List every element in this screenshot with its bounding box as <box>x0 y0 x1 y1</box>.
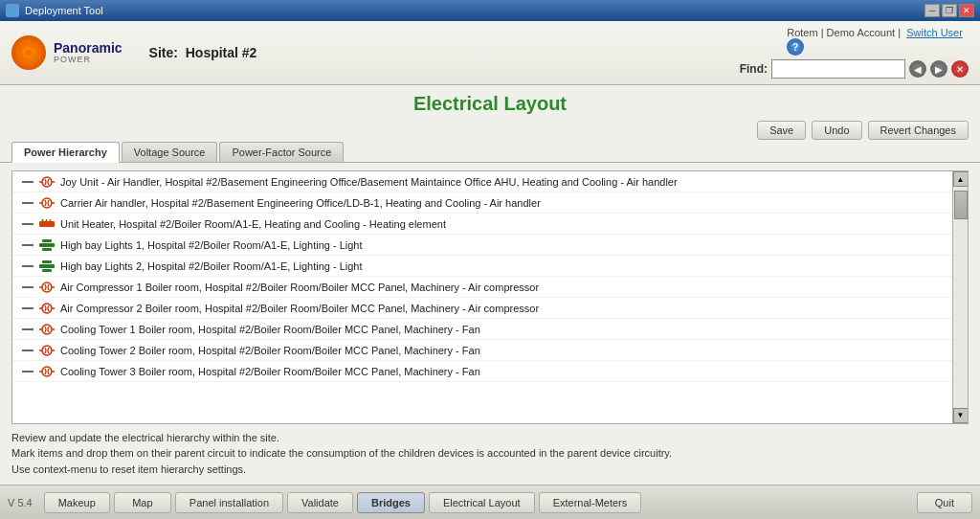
close-window-button[interactable]: ✕ <box>959 4 974 17</box>
item-connector <box>18 328 37 330</box>
nav-button-map[interactable]: Map <box>114 492 171 513</box>
item-text: Carrier Air handler, Hospital #2/Basemen… <box>60 197 541 209</box>
logo-icon <box>11 35 46 70</box>
find-prev-button[interactable]: ◀ <box>909 60 926 78</box>
item-text: Cooling Tower 3 Boiler room, Hospital #2… <box>60 366 480 377</box>
svg-point-30 <box>42 367 52 376</box>
device-list-container: Joy Unit - Air Handler, Hospital #2/Base… <box>11 170 969 424</box>
quit-button[interactable]: Quit <box>917 492 972 513</box>
tabs-area: Power Hierarchy Voltage Source Power-Fac… <box>0 142 980 163</box>
item-text: Cooling Tower 1 Boiler room, Hospital #2… <box>60 324 480 335</box>
scroll-up-button[interactable]: ▲ <box>953 171 969 187</box>
device-icon <box>37 216 56 232</box>
nav-button-validate[interactable]: Validate <box>287 492 353 513</box>
svg-point-5 <box>42 198 52 208</box>
item-text: Cooling Tower 2 Boiler room, Hospital #2… <box>60 345 480 356</box>
list-item[interactable]: Air Compressor 1 Boiler room, Hospital #… <box>12 277 952 298</box>
item-text: Air Compressor 1 Boiler room, Hospital #… <box>60 282 539 293</box>
help-button[interactable]: ? <box>787 38 804 56</box>
list-item[interactable]: Cooling Tower 3 Boiler room, Hospital #2… <box>12 361 952 382</box>
version-label: V 5.4 <box>8 497 33 508</box>
bottom-bar: V 5.4 MakeupMapPanel installationValidat… <box>0 485 980 519</box>
device-icon <box>37 174 56 190</box>
tab-power-factor-source[interactable]: Power-Factor Source <box>219 142 344 162</box>
find-close-button[interactable]: ✕ <box>951 60 969 78</box>
list-item[interactable]: High bay Lights 2, Hospital #2/Boiler Ro… <box>12 256 952 277</box>
scroll-thumb[interactable] <box>954 191 968 219</box>
nav-button-electrical-layout[interactable]: Electrical Layout <box>429 492 535 513</box>
nav-button-panel-installation[interactable]: Panel installation <box>175 492 283 513</box>
revert-button[interactable]: Revert Changes <box>868 121 969 140</box>
list-item[interactable]: Unit Heater, Hospital #2/Boiler Room/A1-… <box>12 214 952 235</box>
item-connector <box>18 202 37 204</box>
user-info: Rotem | Demo Account | Switch User ? <box>787 27 969 56</box>
find-area: Find: ◀ ▶ ✕ <box>740 59 969 79</box>
device-icon <box>37 259 56 274</box>
page-title: Electrical Layout <box>413 93 567 114</box>
tab-power-hierarchy[interactable]: Power Hierarchy <box>11 142 120 163</box>
find-next-button[interactable]: ▶ <box>930 60 947 78</box>
logo-sub-text: POWER <box>54 55 122 64</box>
item-text: Air Compressor 2 Boiler room, Hospital #… <box>60 303 539 314</box>
item-connector <box>18 307 37 309</box>
logo-text: Panoramic POWER <box>54 41 122 64</box>
svg-point-24 <box>42 325 52 334</box>
switch-user-link[interactable]: Switch User <box>906 27 963 38</box>
header-right: Rotem | Demo Account | Switch User ? Fin… <box>740 27 969 79</box>
info-text: Review and update the electrical hierarc… <box>11 430 969 478</box>
page-title-area: Electrical Layout <box>0 85 980 119</box>
item-connector <box>18 286 37 288</box>
scroll-track[interactable] <box>953 187 968 408</box>
device-icon <box>37 301 56 316</box>
device-icon <box>37 322 56 337</box>
list-item[interactable]: Cooling Tower 2 Boiler room, Hospital #2… <box>12 340 952 361</box>
svg-rect-17 <box>42 269 52 272</box>
item-connector <box>18 265 37 267</box>
app-icon <box>6 4 19 17</box>
list-item[interactable]: Cooling Tower 1 Boiler room, Hospital #2… <box>12 319 952 340</box>
svg-point-27 <box>42 346 52 355</box>
device-icon <box>37 364 56 379</box>
item-text: Joy Unit - Air Handler, Hospital #2/Base… <box>60 176 678 188</box>
undo-button[interactable]: Undo <box>812 121 861 140</box>
svg-point-1 <box>26 50 32 56</box>
site-label: Site: Hospital #2 <box>149 45 257 60</box>
list-item[interactable]: Air Compressor 2 Boiler room, Hospital #… <box>12 298 952 319</box>
item-connector <box>18 350 37 351</box>
nav-button-external-meters[interactable]: External-Meters <box>539 492 642 513</box>
content-area: Joy Unit - Air Handler, Hospital #2/Base… <box>0 163 980 485</box>
minimize-button[interactable]: ─ <box>924 4 940 17</box>
title-bar: Deployment Tool ─ ❐ ✕ <box>0 0 980 21</box>
nav-buttons: MakeupMapPanel installationValidateBridg… <box>44 492 642 513</box>
device-icon <box>37 237 56 253</box>
list-item[interactable]: High bay Lights 1, Hospital #2/Boiler Ro… <box>12 235 952 256</box>
find-input[interactable] <box>771 59 905 79</box>
window-controls[interactable]: ─ ❐ ✕ <box>924 4 974 17</box>
list-item[interactable]: Joy Unit - Air Handler, Hospital #2/Base… <box>12 171 952 192</box>
tab-voltage-source[interactable]: Voltage Source <box>122 142 218 162</box>
item-text: High bay Lights 2, Hospital #2/Boiler Ro… <box>60 260 363 272</box>
header: Panoramic POWER Site: Hospital #2 Rotem … <box>0 21 980 85</box>
device-list[interactable]: Joy Unit - Air Handler, Hospital #2/Base… <box>12 171 952 423</box>
nav-button-makeup[interactable]: Makeup <box>44 492 110 513</box>
restore-button[interactable]: ❐ <box>942 4 957 17</box>
svg-rect-14 <box>42 248 52 251</box>
scroll-down-button[interactable]: ▼ <box>953 408 969 423</box>
item-text: High bay Lights 1, Hospital #2/Boiler Ro… <box>60 239 363 251</box>
device-icon <box>37 195 56 211</box>
save-button[interactable]: Save <box>757 121 806 140</box>
svg-point-21 <box>42 304 52 313</box>
item-connector <box>18 371 37 372</box>
svg-rect-15 <box>39 264 55 268</box>
title-bar-text: Deployment Tool <box>25 5 103 16</box>
device-icon <box>37 280 56 295</box>
item-connector <box>18 244 37 246</box>
scrollbar[interactable]: ▲ ▼ <box>952 171 968 423</box>
logo-brand-name: Panoramic <box>54 41 122 55</box>
svg-rect-16 <box>42 260 52 263</box>
device-icon <box>37 343 56 358</box>
item-connector <box>18 223 37 225</box>
svg-point-18 <box>42 282 52 292</box>
list-item[interactable]: Carrier Air handler, Hospital #2/Basemen… <box>12 192 952 214</box>
nav-button-bridges[interactable]: Bridges <box>357 492 425 513</box>
